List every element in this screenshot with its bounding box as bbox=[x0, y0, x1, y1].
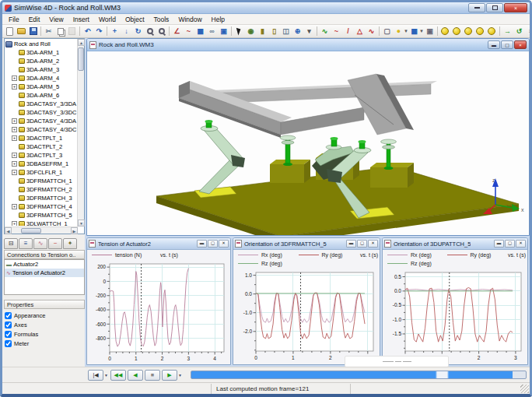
close-button[interactable]: × bbox=[504, 3, 527, 12]
cut-icon[interactable]: ✂ bbox=[44, 26, 54, 37]
tree-item[interactable]: 3DFRMATTCH_2 bbox=[5, 185, 77, 194]
scroll-right-icon[interactable]: ▶ bbox=[71, 227, 78, 234]
step-back-button[interactable]: ◀ bbox=[128, 370, 143, 381]
menu-insert[interactable]: Insert bbox=[68, 15, 94, 24]
tree-item[interactable]: +3DLWATTCH_1 bbox=[5, 220, 77, 226]
zoom-extents-icon[interactable] bbox=[156, 26, 167, 37]
expand-icon[interactable]: + bbox=[12, 221, 17, 226]
chart-maximize-button[interactable]: ▢ bbox=[208, 240, 218, 248]
chart-close-button[interactable]: ✕ bbox=[219, 240, 229, 248]
chart-minimize-button[interactable]: ▬ bbox=[197, 240, 207, 248]
tree-item[interactable]: +3DACTPLT_1 bbox=[5, 134, 77, 142]
tree-item[interactable]: 3DACTPLT_2 bbox=[5, 142, 77, 151]
expand-icon[interactable]: + bbox=[12, 76, 17, 81]
replay-icon[interactable]: ↺ bbox=[513, 26, 524, 37]
curve-meter-icon[interactable]: ∿ bbox=[320, 26, 331, 37]
copy-object-icon[interactable]: ▣ bbox=[424, 26, 435, 37]
tab-list[interactable]: ≡ bbox=[19, 238, 33, 249]
expand-icon[interactable]: + bbox=[12, 84, 17, 90]
viewport-title-bar[interactable]: Rock and Roll.WM3 ▬ ▢ × bbox=[87, 39, 529, 51]
copy-icon[interactable] bbox=[55, 26, 66, 37]
resize-grip[interactable] bbox=[520, 385, 529, 393]
chart-title-bar[interactable]: Orientation of 3DUPATTCH_5▬▢✕ bbox=[383, 238, 527, 250]
paste-icon[interactable] bbox=[67, 26, 78, 37]
lamp-icon[interactable]: ● bbox=[394, 26, 404, 37]
tree-item[interactable]: 3DA-ARM_3 bbox=[5, 65, 77, 74]
play-button[interactable]: ▶ bbox=[162, 370, 177, 381]
box-body-icon[interactable]: ▮ bbox=[257, 26, 268, 37]
new-file-icon[interactable] bbox=[5, 26, 16, 37]
formula-icon[interactable]: ≡ bbox=[525, 26, 530, 37]
expand-icon[interactable]: + bbox=[12, 135, 17, 141]
tab-meters[interactable]: ∿ bbox=[33, 238, 47, 249]
translate-icon[interactable]: + bbox=[110, 26, 121, 37]
menu-view[interactable]: View bbox=[44, 15, 68, 24]
expand-icon[interactable]: + bbox=[12, 161, 17, 167]
tab-bodies[interactable]: ✦ bbox=[63, 238, 77, 249]
chart-plot[interactable]: 01230.50.0-0.5-1.0-1.5 bbox=[385, 269, 525, 361]
viewport-close-button[interactable]: × bbox=[514, 40, 527, 49]
select-icon[interactable] bbox=[234, 26, 245, 37]
properties-header[interactable]: Properties bbox=[4, 300, 85, 309]
visibility-icon[interactable]: ∞ bbox=[207, 26, 218, 37]
grid-icon[interactable]: ▦ bbox=[195, 26, 206, 37]
model-block-c[interactable] bbox=[370, 163, 414, 188]
scrollbar-thumb[interactable] bbox=[78, 47, 84, 71]
tree-item[interactable]: +3DACTASY_4/3DA bbox=[5, 117, 77, 125]
redo-icon[interactable]: ↷ bbox=[94, 26, 105, 37]
tree-item[interactable]: 3DFRMATTCH_3 bbox=[5, 194, 77, 202]
tree-item[interactable]: +3DBASEFRM_1 bbox=[5, 160, 77, 168]
chart-maximize-button[interactable]: ▢ bbox=[505, 240, 515, 248]
tree-item[interactable]: +3DA-ARM_5 bbox=[5, 83, 77, 91]
chart-plot[interactable]: 012342000-200-400-600-800 bbox=[89, 260, 228, 362]
run-icon[interactable]: → bbox=[502, 26, 513, 37]
edit-icon[interactable]: ∠ bbox=[172, 26, 183, 37]
chart-title-bar[interactable]: Orientation of 3DFRMATTCH_5▬▢✕ bbox=[233, 238, 380, 250]
expand-icon[interactable]: + bbox=[12, 204, 17, 209]
rewind-button[interactable]: ◀◀ bbox=[110, 370, 126, 381]
chart-minimize-button[interactable]: ▬ bbox=[494, 240, 504, 248]
chart-plot[interactable]: 01231.00.0-1.0-2.0 bbox=[236, 269, 377, 361]
expand-icon[interactable]: + bbox=[12, 127, 17, 132]
tree-item[interactable]: +3DACTASY_4/3DC bbox=[5, 125, 77, 134]
maximize-button[interactable] bbox=[486, 3, 503, 12]
socket-icon[interactable] bbox=[474, 26, 485, 37]
property-checkbox-meter[interactable] bbox=[5, 340, 12, 347]
connections-header[interactable]: Connections to Tension o.. bbox=[4, 250, 85, 259]
tab-connections[interactable]: ~ bbox=[48, 238, 62, 249]
stop-button[interactable]: ■ bbox=[145, 370, 160, 381]
3d-viewport[interactable]: z x bbox=[88, 51, 528, 235]
dropdown-caret-icon[interactable]: ▼ bbox=[178, 373, 182, 378]
anchor-icon[interactable]: ⊕ bbox=[292, 26, 303, 37]
dropdown-caret-icon[interactable]: ▼ bbox=[419, 29, 424, 33]
zoom-window-icon[interactable] bbox=[145, 26, 156, 37]
rotate-view-icon[interactable]: ↻ bbox=[133, 26, 144, 37]
viewport-maximize-button[interactable]: ▢ bbox=[501, 40, 513, 49]
property-checkbox-appearance[interactable] bbox=[5, 312, 12, 319]
tree-item[interactable]: 3DACTASY_3/3DA bbox=[5, 100, 77, 108]
goto-start-button[interactable]: |◀ bbox=[88, 370, 103, 381]
ball-joint-icon[interactable] bbox=[463, 26, 474, 37]
drop-icon[interactable]: ↓ bbox=[121, 26, 132, 37]
scrollbar-thumb[interactable] bbox=[21, 228, 41, 234]
tree-vertical-scrollbar[interactable]: ▲ ▼ bbox=[77, 39, 84, 227]
damper-icon[interactable]: / bbox=[343, 26, 354, 37]
open-file-icon[interactable] bbox=[16, 26, 27, 37]
save-file-icon[interactable] bbox=[28, 26, 39, 37]
dots-icon[interactable]: ▾ bbox=[304, 26, 315, 37]
lock-icon[interactable]: ▢ bbox=[382, 26, 393, 37]
mesh-icon[interactable]: ◫ bbox=[281, 26, 292, 37]
scroll-down-icon[interactable]: ▼ bbox=[78, 220, 85, 227]
minimize-button[interactable] bbox=[468, 3, 485, 12]
ellipsoid-body-icon[interactable] bbox=[451, 26, 462, 37]
tree-horizontal-scrollbar[interactable]: ◀ ▶ bbox=[5, 227, 78, 234]
tree-root-item[interactable]: Rock and Roll bbox=[5, 40, 77, 48]
menu-tools[interactable]: Tools bbox=[149, 15, 174, 24]
menu-file[interactable]: File bbox=[4, 15, 24, 24]
property-checkbox-axes[interactable] bbox=[5, 321, 12, 328]
undo-icon[interactable]: ↶ bbox=[82, 26, 93, 37]
connection-item[interactable]: ▬Actuator2 bbox=[5, 260, 84, 269]
menu-world[interactable]: World bbox=[94, 15, 121, 24]
dropdown-caret-icon[interactable]: ▼ bbox=[404, 29, 408, 33]
tab-hierarchy[interactable]: ⊟ bbox=[4, 238, 18, 249]
